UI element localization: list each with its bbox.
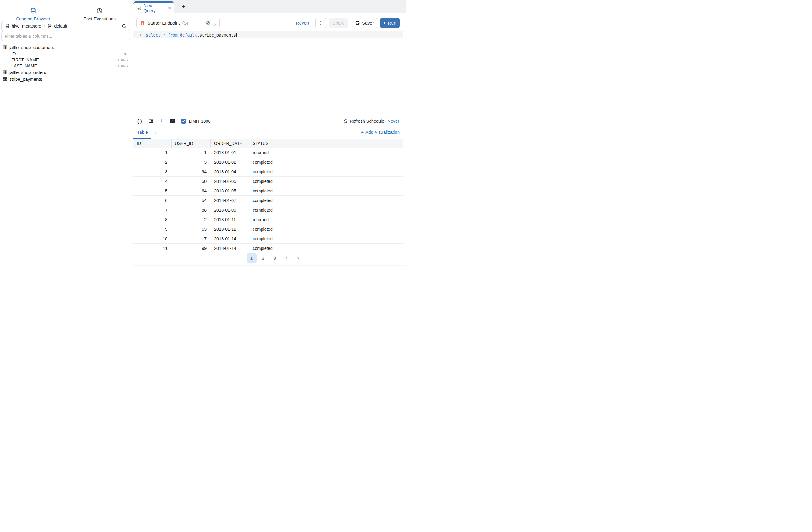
results-table: IDUSER_IDORDER_DATESTATUS 112018-01-01re… [133,139,403,253]
pagination: 1234› [140,253,406,263]
schema-table-row[interactable]: stripe_payments [0,76,133,83]
table-cell: 3 [133,167,172,176]
table-cell: 2018-01-14 [211,234,249,243]
sql-editor-app: Schema Browser Past Executions hive_meta… [0,0,406,266]
table-cell: 2018-01-05 [211,186,249,195]
table-cell: 2 [172,215,211,224]
indent-icon[interactable] [148,119,154,123]
column-name: FIRST_NAME [11,57,39,62]
table-cell: completed [249,177,292,186]
table-cell: 9 [133,224,172,234]
code-line-active: 1 select * from default.stripe_payments [133,31,403,38]
table-cell: 8 [133,215,172,224]
table-cell-spacer [292,234,403,243]
unsaved-dot-icon [168,6,171,9]
table-cell-spacer [292,215,403,224]
table-name: jaffle_shop_customers [9,45,54,50]
breadcrumb-catalog[interactable]: hive_metastore [12,24,41,28]
table-cell: 54 [172,196,211,205]
filter-field [1,31,130,41]
query-tab-label: New Query [144,3,166,13]
endpoint-selector[interactable]: Starter Endpoint (S) [136,18,220,28]
breadcrumb-schema[interactable]: default [54,24,67,28]
schema-column-row[interactable]: LAST_NAME STRING [0,63,133,69]
table-row: 3942018-01-04completed [133,167,403,177]
table-cell-spacer [292,186,403,195]
column-header-status[interactable]: STATUS [249,139,292,148]
table-cell: 2018-01-11 [211,215,249,224]
table-cell: 11 [133,243,172,253]
sql-editor[interactable]: 1 select * from default.stripe_payments [133,31,403,116]
table-cell: 1 [172,148,211,157]
tab-label: Schema Browser [16,16,50,21]
table-cell: 10 [133,234,172,243]
column-header-id[interactable]: ID [133,139,172,148]
limit-checkbox[interactable] [181,119,186,124]
lightning-icon[interactable] [160,119,163,124]
check-circle-icon [137,6,141,10]
table-cell: 2018-01-12 [211,224,249,234]
page-button-2[interactable]: 2 [258,253,268,263]
table-cell: 2018-01-04 [211,167,249,176]
query-tab-new-query[interactable]: New Query [133,1,174,13]
scrollbar-gutter[interactable] [405,13,406,265]
page-button-3[interactable]: 3 [270,253,280,263]
endpoint-size: (S) [182,20,188,25]
table-cell-spacer [292,148,403,157]
table-cell-spacer [292,224,403,234]
table-row: 11992018-01-14completed [133,243,403,253]
table-cell: 2018-01-07 [211,196,249,205]
format-braces-icon[interactable]: { } [137,118,142,124]
refresh-schema-button[interactable] [118,21,130,30]
table-cell: completed [249,205,292,214]
table-cell-spacer [292,157,403,167]
add-visualization-label: Add Visualization [365,129,400,135]
editor-toolbar: { } LIMIT 1000 Refresh Schedule Never [133,116,403,126]
save-button[interactable]: Save* [352,18,377,28]
column-header-order_date[interactable]: ORDER_DATE [211,139,249,148]
refresh-schedule-label: Refresh Schedule [350,119,384,124]
page-button-4[interactable]: 4 [281,253,291,263]
text-cursor [236,33,237,37]
table-row: 9532018-01-12completed [133,224,403,234]
add-visualization-button[interactable]: + Add Visualization [361,129,400,135]
table-row: 7882018-01-09completed [133,205,403,215]
table-cell: completed [249,234,292,243]
table-cell: 4 [133,177,172,186]
next-page-button[interactable]: › [293,253,303,263]
table-cell: 2018-01-02 [211,157,249,167]
play-icon [383,22,386,25]
keyboard-shortcuts-icon[interactable] [170,119,175,123]
table-cell: 94 [172,167,211,176]
main-area: New Query + Starter Endpoint (S) Revert … [133,0,406,266]
table-cell: 64 [172,186,211,195]
table-cell: 53 [172,224,211,234]
breadcrumb: hive_metastore › default [1,21,130,31]
revert-button[interactable]: Revert [296,20,309,25]
code-token: from [168,33,178,38]
kebab-menu-icon: ⋮ [319,20,323,26]
more-actions-button[interactable]: ⋮ [315,18,326,28]
left-panel: Schema Browser Past Executions hive_meta… [0,0,133,266]
refresh-icon [122,24,127,28]
table-cell-spacer [292,243,403,253]
table-cell: 88 [172,205,211,214]
history-clock-icon [97,8,103,14]
table-row: 232018-01-02completed [133,157,403,167]
results-tab-kebab-icon[interactable]: ⋮ [154,130,157,134]
schema-column-row[interactable]: FIRST_NAME STRING [0,57,133,63]
results-body: 112018-01-01returned232018-01-02complete… [133,148,403,253]
run-button[interactable]: Run [380,18,400,28]
column-header-user_id[interactable]: USER_ID [172,139,211,148]
filter-input[interactable] [1,31,130,41]
results-tab-table[interactable]: Table [137,129,148,135]
table-grid-icon [3,77,7,81]
schema-table-row[interactable]: jaffle_shop_customers [0,44,133,51]
schema-table-row[interactable]: jaffle_shop_orders [0,69,133,76]
schema-column-row[interactable]: ID INT [0,51,133,57]
page-button-1[interactable]: 1 [247,253,257,263]
table-cell: completed [249,167,292,176]
table-row: 822018-01-11returned [133,215,403,224]
refresh-schedule-value[interactable]: Never [388,119,399,124]
new-tab-button[interactable]: + [178,0,189,13]
